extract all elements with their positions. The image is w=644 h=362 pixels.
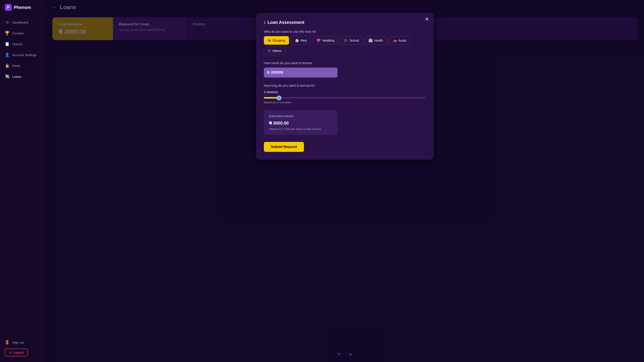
weeks-unit: week(s): [266, 90, 278, 94]
history-icon: 📋: [5, 42, 10, 46]
purpose-btn-others[interactable]: 🛡 Others: [264, 47, 285, 55]
signout-label: Sign out: [12, 340, 24, 344]
rent-label: Rent: [301, 39, 307, 42]
wedding-icon: 💜: [316, 38, 321, 43]
purpose-btn-school[interactable]: 🎓 School: [340, 36, 362, 45]
purpose-buttons-group: 🛍 Shopping 🏠 Rent 💜 Wedding 🎓 School 🏥: [264, 36, 426, 55]
naira-symbol: ₦: [267, 70, 269, 75]
sidebar-item-plans[interactable]: 🔒 Plans: [0, 60, 46, 71]
purpose-btn-rent[interactable]: 🏠 Rent: [291, 36, 311, 45]
logo-icon: P: [5, 4, 12, 11]
interest-card-title: Estimated Interest: [269, 114, 332, 118]
account-settings-icon: 👤: [5, 53, 10, 57]
school-icon: 🎓: [344, 38, 348, 43]
interest-note: Interest is 0.75% per week on the amount: [269, 127, 332, 131]
purpose-btn-wedding[interactable]: 💜 Wedding: [313, 36, 338, 45]
plans-icon: 🔒: [5, 63, 10, 68]
sidebar-item-label: Dashboard: [12, 21, 28, 24]
sidebar-nav: ⊙ Dashboard 🏆 Contest 📋 History 👤 Accoun…: [0, 17, 46, 337]
main-content: ← Loans Loan Balance ₦ 2000.00 Request f…: [46, 0, 644, 362]
purpose-label: Why do you want to use this loan for: [264, 30, 426, 33]
modal-header: ℹ Loan Assessment: [264, 20, 426, 25]
logout-icon: ↩: [9, 351, 12, 354]
sidebar-item-signout[interactable]: 🚪 Sign out: [5, 337, 41, 348]
duration-label: How long do you want to borrow for: [264, 84, 426, 87]
app-name: Phenom: [14, 5, 31, 10]
modal-title: Loan Assessment: [268, 20, 304, 25]
loans-icon: 💸: [5, 74, 10, 79]
sidebar-item-dashboard[interactable]: ⊙ Dashboard: [0, 17, 46, 28]
sidebar-item-label: Plans: [12, 64, 20, 68]
interest-amount: ₦ 3000.00: [269, 120, 332, 126]
signout-icon: 🚪: [5, 340, 10, 345]
duration-section: How long do you want to borrow for 2 wee…: [264, 84, 426, 104]
purpose-btn-shopping[interactable]: 🛍 Shopping: [264, 36, 289, 45]
logout-label: Logout: [14, 351, 24, 354]
health-label: Health: [374, 39, 383, 42]
interest-card: Estimated Interest ₦ 3000.00 Interest is…: [264, 110, 338, 135]
sidebar-item-label: Contest: [12, 32, 24, 35]
shopping-label: Shopping: [272, 39, 285, 42]
autos-label: Autos: [398, 39, 406, 42]
sidebar-item-label: Loans: [12, 75, 21, 78]
amount-input-wrap: ₦: [264, 68, 338, 78]
amount-label: How much do you want to borrow: [264, 61, 426, 65]
app-logo: P Phenom: [0, 4, 46, 17]
sidebar-item-loans[interactable]: 💸 Loans: [0, 71, 46, 82]
rent-icon: 🏠: [295, 38, 299, 43]
submit-request-button[interactable]: Submit Request: [264, 142, 304, 152]
sidebar-signout-section: 🚪 Sign out ↩ Logout: [0, 337, 46, 358]
weeks-value: 2: [264, 90, 266, 94]
loan-assessment-modal: ℹ Loan Assessment ✕ Why do you want to u…: [256, 13, 434, 160]
others-label: Others: [272, 49, 282, 53]
health-icon: 🏥: [368, 38, 373, 43]
sidebar-item-label: History: [12, 42, 22, 46]
sidebar-item-account-settings[interactable]: 👤 Account Settings: [0, 49, 46, 60]
purpose-btn-autos[interactable]: 🚗 Autos: [389, 36, 410, 45]
logout-button[interactable]: ↩ Logout: [5, 348, 28, 356]
contest-icon: 🏆: [5, 31, 10, 36]
dashboard-icon: ⊙: [5, 20, 10, 25]
others-icon: 🛡: [268, 49, 271, 53]
sidebar-item-contest[interactable]: 🏆 Contest: [0, 28, 46, 39]
max-weeks-label: Maximum is 13 weeks: [264, 101, 426, 104]
wedding-label: Wedding: [322, 39, 334, 42]
modal-close-button[interactable]: ✕: [425, 17, 429, 22]
purpose-btn-health[interactable]: 🏥 Health: [365, 36, 386, 45]
sidebar: P Phenom ⊙ Dashboard 🏆 Contest 📋 History…: [0, 0, 46, 362]
autos-icon: 🚗: [393, 38, 397, 43]
shopping-icon: 🛍: [268, 39, 271, 43]
sidebar-item-label: Account Settings: [12, 53, 37, 57]
weeks-label: 2 week(s): [264, 90, 426, 94]
modal-overlay: ℹ Loan Assessment ✕ Why do you want to u…: [46, 0, 644, 362]
sidebar-item-history[interactable]: 📋 History: [0, 39, 46, 49]
amount-input[interactable]: [271, 68, 334, 78]
info-icon: ℹ: [264, 20, 266, 25]
school-label: School: [350, 39, 359, 42]
amount-section: How much do you want to borrow ₦: [264, 61, 426, 78]
duration-slider[interactable]: [264, 97, 426, 99]
slider-wrap: [264, 96, 426, 99]
